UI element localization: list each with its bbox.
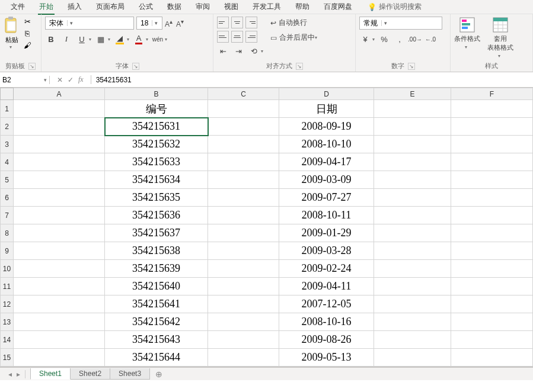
align-top-right[interactable] — [245, 17, 257, 28]
cell-E15[interactable] — [374, 349, 451, 367]
cell-B8[interactable]: 354215637 — [105, 224, 208, 242]
cell-F9[interactable] — [451, 242, 533, 260]
cell-A12[interactable] — [14, 295, 105, 313]
cut-button[interactable]: ✂ — [23, 17, 32, 26]
align-bottom-right[interactable] — [245, 31, 257, 43]
cell-F13[interactable] — [451, 313, 533, 331]
bold-button[interactable]: B — [45, 33, 57, 45]
fill-color-button[interactable]: ◢ — [114, 33, 126, 45]
cell-F6[interactable] — [451, 189, 533, 207]
decrease-indent-button[interactable]: ⇤ — [217, 45, 229, 57]
currency-button[interactable]: ¥ — [359, 33, 371, 45]
cell-E8[interactable] — [374, 224, 451, 242]
font-name-combo[interactable]: 宋体 ▾ — [45, 17, 134, 30]
font-color-button[interactable]: A — [133, 33, 145, 45]
cell-C7[interactable] — [208, 207, 279, 224]
cell-F15[interactable] — [451, 349, 533, 367]
row-header-7[interactable]: 7 — [1, 207, 14, 224]
cell-D12[interactable]: 2007-12-05 — [279, 295, 374, 313]
cell-B3[interactable]: 354215632 — [105, 136, 208, 153]
cell-B12[interactable]: 354215641 — [105, 295, 208, 313]
cell-C12[interactable] — [208, 295, 279, 313]
cell-F5[interactable] — [451, 171, 533, 189]
copy-button[interactable]: ⎘ — [23, 28, 32, 38]
row-header-3[interactable]: 3 — [1, 136, 14, 153]
cell-F2[interactable] — [451, 118, 533, 136]
cell-A14[interactable] — [14, 331, 105, 349]
cell-B9[interactable]: 354215638 — [105, 242, 208, 260]
decrease-font-button[interactable]: A▾ — [176, 18, 184, 28]
merge-center-button[interactable]: ▭合并后居中▾ — [268, 31, 320, 44]
cell-C10[interactable] — [208, 260, 279, 278]
menu-item-9[interactable]: 百度网盘 — [318, 1, 358, 13]
cell-B4[interactable]: 354215633 — [105, 153, 208, 171]
cell-A6[interactable] — [14, 189, 105, 207]
cell-C1[interactable] — [208, 100, 279, 118]
cell-B6[interactable]: 354215635 — [105, 189, 208, 207]
cell-E9[interactable] — [374, 242, 451, 260]
menu-item-2[interactable]: 页面布局 — [90, 1, 130, 13]
menu-file[interactable]: 文件 — [5, 1, 31, 13]
clipboard-launcher[interactable]: ↘ — [28, 63, 36, 70]
cell-A11[interactable] — [14, 278, 105, 295]
cell-F11[interactable] — [451, 278, 533, 295]
cell-E3[interactable] — [374, 136, 451, 153]
cell-C14[interactable] — [208, 331, 279, 349]
row-header-5[interactable]: 5 — [1, 171, 14, 189]
row-header-14[interactable]: 14 — [1, 331, 14, 349]
cell-A3[interactable] — [14, 136, 105, 153]
cell-D4[interactable]: 2009-04-17 — [279, 153, 374, 171]
conditional-format-button[interactable]: 条件格式 ▾ — [454, 17, 480, 59]
formula-value[interactable]: 354215631 — [91, 76, 136, 84]
cell-A8[interactable] — [14, 224, 105, 242]
cell-E14[interactable] — [374, 331, 451, 349]
col-header-F[interactable]: F — [451, 88, 533, 100]
align-top-left[interactable] — [217, 17, 229, 28]
menu-item-0[interactable]: 开始 — [33, 1, 59, 13]
col-header-A[interactable]: A — [14, 88, 105, 100]
cell-D6[interactable]: 2009-07-27 — [279, 189, 374, 207]
cancel-button[interactable]: ✕ — [57, 76, 63, 84]
row-header-13[interactable]: 13 — [1, 313, 14, 331]
cell-B2[interactable]: 354215631 — [105, 118, 208, 136]
cell-D13[interactable]: 2008-10-16 — [279, 313, 374, 331]
cell-A15[interactable] — [14, 349, 105, 367]
cell-C4[interactable] — [208, 153, 279, 171]
cell-B13[interactable]: 354215642 — [105, 313, 208, 331]
add-sheet-button[interactable]: ⊕ — [155, 369, 162, 379]
cell-C6[interactable] — [208, 189, 279, 207]
cell-C8[interactable] — [208, 224, 279, 242]
align-bottom-left[interactable] — [217, 31, 229, 43]
number-launcher[interactable]: ↘ — [408, 63, 415, 70]
cell-C3[interactable] — [208, 136, 279, 153]
cell-B1[interactable]: 编号 — [105, 100, 208, 118]
decrease-decimal-button[interactable]: ←.0 — [425, 33, 436, 45]
cell-E7[interactable] — [374, 207, 451, 224]
cell-D9[interactable]: 2009-03-28 — [279, 242, 374, 260]
cell-D1[interactable]: 日期 — [279, 100, 374, 118]
cell-A4[interactable] — [14, 153, 105, 171]
menu-item-6[interactable]: 视图 — [218, 1, 244, 13]
cell-E13[interactable] — [374, 313, 451, 331]
wrap-text-button[interactable]: ↩自动换行 — [268, 17, 320, 29]
cell-C13[interactable] — [208, 313, 279, 331]
cell-A5[interactable] — [14, 171, 105, 189]
row-header-4[interactable]: 4 — [1, 153, 14, 171]
row-header-12[interactable]: 12 — [1, 295, 14, 313]
row-header-15[interactable]: 15 — [1, 349, 14, 367]
cell-C5[interactable] — [208, 171, 279, 189]
cell-A9[interactable] — [14, 242, 105, 260]
cell-F8[interactable] — [451, 224, 533, 242]
cell-D11[interactable]: 2009-04-11 — [279, 278, 374, 295]
align-bottom-center[interactable] — [231, 31, 243, 43]
cell-E4[interactable] — [374, 153, 451, 171]
cell-E5[interactable] — [374, 171, 451, 189]
row-header-9[interactable]: 9 — [1, 242, 14, 260]
menu-item-4[interactable]: 数据 — [161, 1, 187, 13]
tab-next-button[interactable]: ▸ — [17, 370, 20, 378]
cell-D15[interactable]: 2009-05-13 — [279, 349, 374, 367]
border-button[interactable]: ▦ — [95, 33, 107, 45]
cell-A7[interactable] — [14, 207, 105, 224]
menu-item-3[interactable]: 公式 — [133, 1, 159, 13]
cell-A13[interactable] — [14, 313, 105, 331]
